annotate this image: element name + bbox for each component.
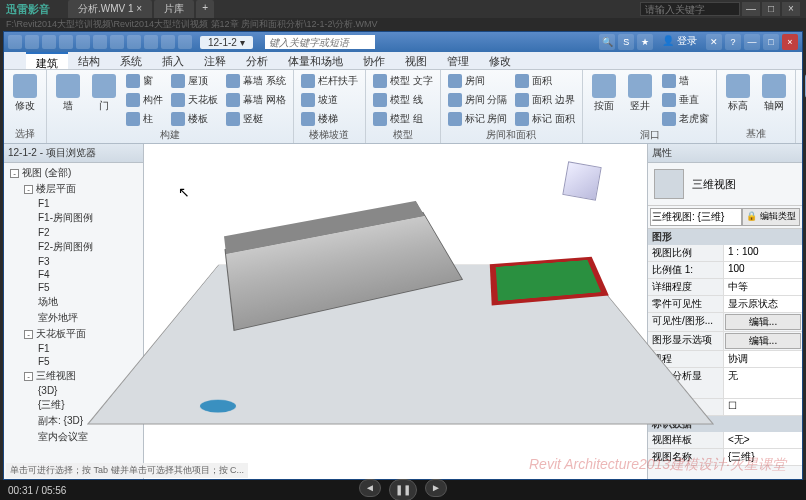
model-text-button[interactable]: 模型 文字	[370, 72, 436, 90]
collapse-icon[interactable]: -	[24, 330, 33, 339]
tree-item[interactable]: F1	[6, 342, 141, 355]
tree-item[interactable]: 室内会议室	[6, 429, 141, 445]
level-button[interactable]: 标高	[721, 72, 755, 113]
property-value[interactable]: 编辑...	[725, 314, 801, 330]
component-button[interactable]: 构件	[123, 91, 166, 109]
area-button[interactable]: 面积	[512, 72, 578, 90]
tag-room-button[interactable]: 标记 房间	[445, 110, 511, 128]
search-icon[interactable]: 🔍	[599, 34, 615, 50]
revit-minimize-button[interactable]: —	[744, 34, 760, 50]
room-button[interactable]: 房间	[445, 72, 511, 90]
vertical-opening-button[interactable]: 垂直	[659, 91, 712, 109]
login-link[interactable]: 👤 登录	[656, 34, 703, 50]
model-line-button[interactable]: 模型 线	[370, 91, 436, 109]
shaft-button[interactable]: 竖井	[623, 72, 657, 113]
tree-item[interactable]: F5	[6, 355, 141, 368]
subscription-icon[interactable]: S	[618, 34, 634, 50]
ramp-button[interactable]: 坡道	[298, 91, 361, 109]
collapse-icon[interactable]: -	[24, 185, 33, 194]
tree-item[interactable]: F2-房间图例	[6, 239, 141, 255]
view-cube[interactable]	[547, 150, 607, 210]
qat-open-icon[interactable]	[25, 35, 39, 49]
curtain-system-button[interactable]: 幕墙 系统	[223, 72, 289, 90]
player-search-input[interactable]	[640, 2, 740, 16]
door-button[interactable]: 门	[87, 72, 121, 113]
collapse-icon[interactable]: -	[10, 169, 19, 178]
tab-systems[interactable]: 系统	[110, 52, 152, 69]
tree-item[interactable]: 室外地坪	[6, 310, 141, 326]
stair-button[interactable]: 楼梯	[298, 110, 361, 128]
curtain-grid-button[interactable]: 幕墙 网格	[223, 91, 289, 109]
railing-button[interactable]: 栏杆扶手	[298, 72, 361, 90]
property-value[interactable]: 中等	[724, 279, 802, 295]
qat-dim-icon[interactable]	[127, 35, 141, 49]
mullion-button[interactable]: 竖梃	[223, 110, 289, 128]
tab-architecture[interactable]: 建筑	[26, 52, 68, 69]
qat-tag-icon[interactable]	[144, 35, 158, 49]
column-button[interactable]: 柱	[123, 110, 166, 128]
property-value[interactable]: 1 : 100	[724, 245, 802, 261]
player-tab-add[interactable]: +	[196, 0, 214, 18]
tree-item[interactable]: F5	[6, 281, 141, 294]
help-search-input[interactable]	[265, 35, 375, 49]
property-value[interactable]: 显示原状态	[724, 296, 802, 312]
tab-modify[interactable]: 修改	[479, 52, 521, 69]
exchange-icon[interactable]: ✕	[706, 34, 722, 50]
favorite-icon[interactable]: ★	[637, 34, 653, 50]
tab-manage[interactable]: 管理	[437, 52, 479, 69]
revit-maximize-button[interactable]: □	[763, 34, 779, 50]
wall-opening-button[interactable]: 墙	[659, 72, 712, 90]
document-tab[interactable]: 12-1-2 ▾	[200, 36, 253, 49]
qat-undo-icon[interactable]	[59, 35, 73, 49]
tab-structure[interactable]: 结构	[68, 52, 110, 69]
tree-item[interactable]: F3	[6, 255, 141, 268]
type-selector[interactable]: 三维视图: {三维}	[650, 208, 742, 226]
qat-save-icon[interactable]	[42, 35, 56, 49]
set-button[interactable]: 设置	[800, 72, 806, 113]
help-icon[interactable]: ?	[725, 34, 741, 50]
area-boundary-button[interactable]: 面积 边界	[512, 91, 578, 109]
qat-print-icon[interactable]	[93, 35, 107, 49]
ceiling-button[interactable]: 天花板	[168, 91, 221, 109]
tree-item[interactable]: F4	[6, 268, 141, 281]
floor-button[interactable]: 楼板	[168, 110, 221, 128]
close-button[interactable]: ×	[782, 2, 800, 16]
window-button[interactable]: 窗	[123, 72, 166, 90]
revit-close-button[interactable]: ×	[782, 34, 798, 50]
qat-redo-icon[interactable]	[76, 35, 90, 49]
property-value[interactable]: 无	[724, 368, 802, 398]
room-sep-button[interactable]: 房间 分隔	[445, 91, 511, 109]
maximize-button[interactable]: □	[762, 2, 780, 16]
collapse-icon[interactable]: -	[24, 372, 33, 381]
qat-measure-icon[interactable]	[110, 35, 124, 49]
viewport-3d[interactable]: ↖	[144, 144, 648, 479]
property-value[interactable]: <无>	[724, 432, 802, 448]
tab-analyze[interactable]: 分析	[236, 52, 278, 69]
tab-massing[interactable]: 体量和场地	[278, 52, 353, 69]
tree-item[interactable]: F1	[6, 197, 141, 210]
tag-area-button[interactable]: 标记 面积	[512, 110, 578, 128]
property-value[interactable]: 编辑...	[725, 333, 801, 349]
model-group-button[interactable]: 模型 组	[370, 110, 436, 128]
minimize-button[interactable]: —	[742, 2, 760, 16]
tree-item[interactable]: F2	[6, 226, 141, 239]
player-tab-video[interactable]: 分析.WMV 1 ×	[68, 0, 152, 18]
next-button[interactable]: ►	[425, 479, 447, 497]
property-value[interactable]: 100	[724, 262, 802, 278]
player-tab-library[interactable]: 片库	[154, 0, 194, 18]
modify-button[interactable]: 修改	[8, 72, 42, 113]
grid-button[interactable]: 轴网	[757, 72, 791, 113]
roof-button[interactable]: 屋顶	[168, 72, 221, 90]
property-value[interactable]: ☐	[724, 399, 802, 415]
wall-button[interactable]: 墙	[51, 72, 85, 113]
tab-insert[interactable]: 插入	[152, 52, 194, 69]
play-button[interactable]: ❚❚	[389, 479, 417, 500]
tab-view[interactable]: 视图	[395, 52, 437, 69]
tree-item[interactable]: F1-房间图例	[6, 210, 141, 226]
tab-collaborate[interactable]: 协作	[353, 52, 395, 69]
qat-section-icon[interactable]	[161, 35, 175, 49]
browser-tree[interactable]: -视图 (全部) -楼层平面 F1 F1-房间图例 F2 F2-房间图例 F3 …	[4, 163, 143, 479]
property-value[interactable]: 协调	[724, 351, 802, 367]
prev-button[interactable]: ◄	[359, 479, 381, 497]
qat-3d-icon[interactable]	[178, 35, 192, 49]
